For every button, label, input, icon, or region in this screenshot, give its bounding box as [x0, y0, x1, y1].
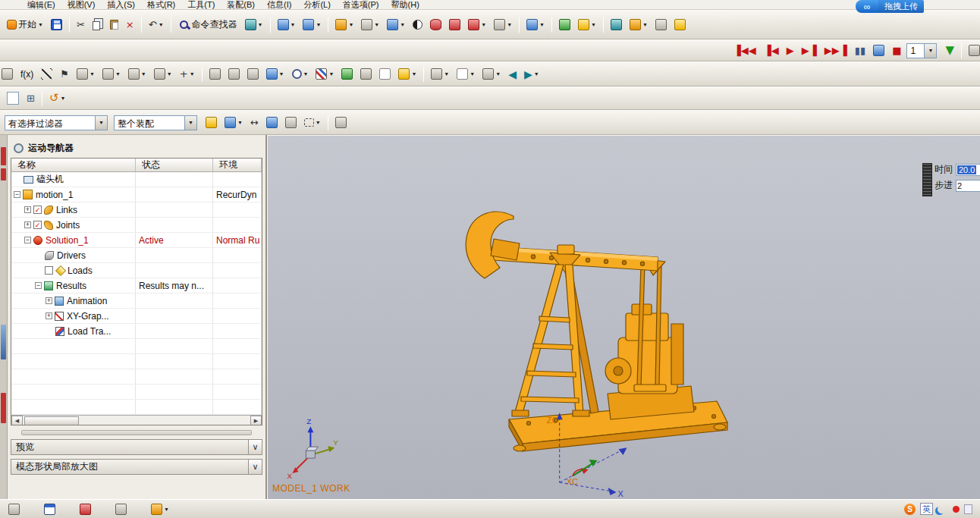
- step-input[interactable]: 2: [956, 180, 980, 192]
- status-window-button[interactable]: [41, 500, 58, 518]
- menu-item-2[interactable]: 插入(S): [107, 0, 135, 9]
- pause-button[interactable]: ▮▮: [852, 42, 868, 60]
- status-icon-1[interactable]: [5, 500, 23, 518]
- menu-item-9[interactable]: 帮助(H): [391, 0, 419, 9]
- datum-button[interactable]: ▼: [332, 16, 357, 34]
- paste-button[interactable]: [107, 16, 121, 34]
- doc-button[interactable]: [376, 65, 394, 83]
- red-dot-icon[interactable]: [953, 506, 960, 513]
- tree-row-solution1[interactable]: −Solution_1ActiveNormal Ru: [11, 233, 262, 248]
- tray-box-icon[interactable]: [964, 504, 972, 514]
- tree-row-links[interactable]: +✓Links: [11, 202, 262, 218]
- export-animation-button[interactable]: [870, 42, 887, 60]
- rotate-view-button[interactable]: ↺▼: [46, 89, 69, 108]
- feature-button[interactable]: ▼: [465, 16, 489, 34]
- annotation-button[interactable]: [671, 16, 689, 34]
- horizontal-scrollbar[interactable]: ◀ ▶: [11, 415, 262, 425]
- corner-button[interactable]: [357, 65, 375, 83]
- boolean-button[interactable]: [446, 16, 463, 34]
- point-button[interactable]: ▼: [151, 65, 175, 83]
- scroll-right-button[interactable]: ▶: [250, 416, 262, 425]
- expand-icon[interactable]: +: [24, 206, 31, 213]
- moon-icon[interactable]: [938, 505, 946, 513]
- status-pin-button[interactable]: [77, 500, 94, 518]
- sketch-button[interactable]: ▼: [242, 16, 266, 34]
- transform-button[interactable]: ▼: [275, 16, 299, 34]
- faces-button[interactable]: ▼: [263, 65, 287, 83]
- grid-snap-button[interactable]: ▼: [221, 114, 246, 132]
- menu-item-5[interactable]: 装配(B): [227, 0, 255, 9]
- docked-toolbar-blue[interactable]: [1, 325, 6, 359]
- tree-row-loads[interactable]: Loads: [11, 263, 262, 278]
- plane-tool-button[interactable]: ▼: [428, 65, 452, 83]
- layers-button[interactable]: [556, 16, 573, 34]
- measure-button[interactable]: ▼: [575, 16, 599, 34]
- gears-button[interactable]: ▼: [74, 65, 98, 83]
- checkbox-joints[interactable]: ✓: [33, 221, 42, 229]
- expand-icon[interactable]: +: [24, 221, 31, 228]
- expand-icon[interactable]: +: [46, 297, 52, 304]
- cut-button[interactable]: ✂: [74, 16, 88, 34]
- undo-button[interactable]: ↶▼: [146, 16, 167, 34]
- menu-item-7[interactable]: 分析(L): [303, 0, 330, 9]
- plane-button[interactable]: ▼: [358, 16, 382, 34]
- render-style-button[interactable]: [410, 16, 426, 34]
- wcs-button[interactable]: ▼: [627, 16, 651, 34]
- edge-tool-button[interactable]: [4, 65, 16, 83]
- menu-item-4[interactable]: 工具(T): [187, 0, 215, 9]
- dock-button[interactable]: [966, 42, 980, 60]
- spring-button[interactable]: ▼: [99, 65, 124, 83]
- stop-button[interactable]: ■: [889, 42, 904, 60]
- docked-toolbar-red-3[interactable]: [1, 393, 6, 423]
- selection-scope-dropdown-button[interactable]: ▼: [184, 116, 196, 130]
- menu-item-0[interactable]: 编辑(E): [27, 0, 55, 9]
- collapse-icon[interactable]: −: [14, 191, 20, 198]
- copy-button[interactable]: [90, 16, 105, 34]
- plus-button[interactable]: +▼: [177, 65, 198, 83]
- checkbox-loads[interactable]: [45, 266, 53, 275]
- solid-cube-button[interactable]: [332, 114, 350, 132]
- menu-item-3[interactable]: 格式(R): [147, 0, 175, 9]
- cylinder-button[interactable]: [427, 16, 444, 34]
- constraint-button[interactable]: [608, 16, 625, 34]
- preview-panel-header[interactable]: 预览 ∨: [11, 439, 262, 455]
- scroll-left-button[interactable]: ◀: [11, 416, 23, 425]
- go-to-end-button[interactable]: ▶▶▐: [821, 42, 850, 60]
- snap-point-button[interactable]: [203, 114, 220, 132]
- tree-row-xygraph[interactable]: +XY-Grap...: [11, 309, 262, 324]
- flag-button[interactable]: ⚑: [57, 65, 72, 83]
- wrench-button[interactable]: ▼: [395, 65, 419, 83]
- swap-button[interactable]: ↔: [247, 114, 262, 132]
- status-palette-button[interactable]: ▼: [148, 500, 172, 518]
- tree-row-animation[interactable]: +Animation: [11, 294, 262, 309]
- selection-scope-combo[interactable]: 整个装配 ▼: [114, 115, 197, 130]
- tree-row-results[interactable]: −ResultsResults may n...: [11, 278, 262, 294]
- frame-combo[interactable]: 1 ▼: [906, 43, 937, 58]
- docked-toolbar-red-2[interactable]: [1, 168, 6, 181]
- window-button[interactable]: ▼: [491, 16, 515, 34]
- scrollbar-thumb[interactable]: [24, 416, 79, 425]
- select-body-button[interactable]: [263, 114, 281, 132]
- grid-button[interactable]: ⊞: [24, 89, 38, 108]
- panel-splitter[interactable]: [21, 430, 252, 435]
- column-header-env[interactable]: 环境: [213, 159, 262, 171]
- docked-toolbar-red[interactable]: [1, 147, 6, 165]
- step-back-button[interactable]: ▐◀: [761, 42, 782, 60]
- tree-row-drivers[interactable]: Drivers: [11, 248, 262, 263]
- save-button[interactable]: [48, 16, 65, 34]
- spline-button[interactable]: ▼: [125, 65, 149, 83]
- spreadsheet-button[interactable]: ▼: [942, 42, 957, 60]
- green-swirl-button[interactable]: [338, 65, 356, 83]
- no-selection-button[interactable]: ▼: [479, 65, 504, 83]
- status-icon-4[interactable]: [112, 500, 130, 518]
- forward-button[interactable]: ▶▼: [521, 65, 542, 83]
- ime-language-indicator[interactable]: 英: [920, 503, 933, 515]
- zigzag-button[interactable]: ▼: [313, 65, 337, 83]
- menu-item-8[interactable]: 首选项(P): [343, 0, 379, 9]
- line-button[interactable]: [38, 65, 55, 83]
- modal-shape-expand-button[interactable]: ∨: [248, 460, 262, 474]
- go-to-start-button[interactable]: ▐◀◀: [730, 42, 759, 60]
- pumpjack-model[interactable]: [450, 195, 738, 453]
- back-button[interactable]: ◀: [505, 65, 520, 83]
- step-forward-button[interactable]: ▶▐: [799, 42, 820, 60]
